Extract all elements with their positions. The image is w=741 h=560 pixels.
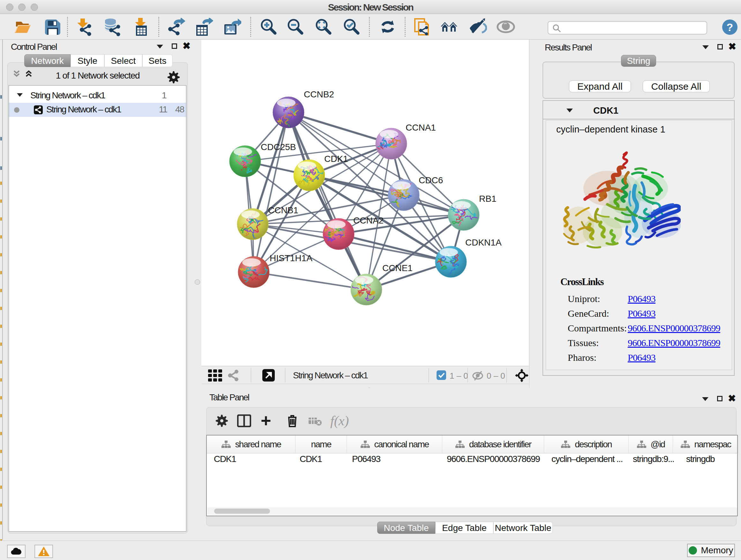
svg-text:CDC25B: CDC25B — [261, 142, 296, 152]
svg-text:CDK1: CDK1 — [324, 154, 348, 164]
svg-text:CCNB2: CCNB2 — [304, 89, 334, 99]
svg-text:RB1: RB1 — [479, 194, 496, 204]
svg-text:CCNB1: CCNB1 — [268, 205, 298, 215]
svg-text:HIST1H1A: HIST1H1A — [270, 253, 313, 263]
svg-text:CCNA2: CCNA2 — [353, 215, 384, 226]
svg-text:CCNE1: CCNE1 — [382, 263, 413, 273]
svg-text:CCNA1: CCNA1 — [406, 123, 436, 132]
svg-text:CDKN1A: CDKN1A — [465, 238, 502, 247]
svg-text:CDC6: CDC6 — [419, 175, 443, 185]
